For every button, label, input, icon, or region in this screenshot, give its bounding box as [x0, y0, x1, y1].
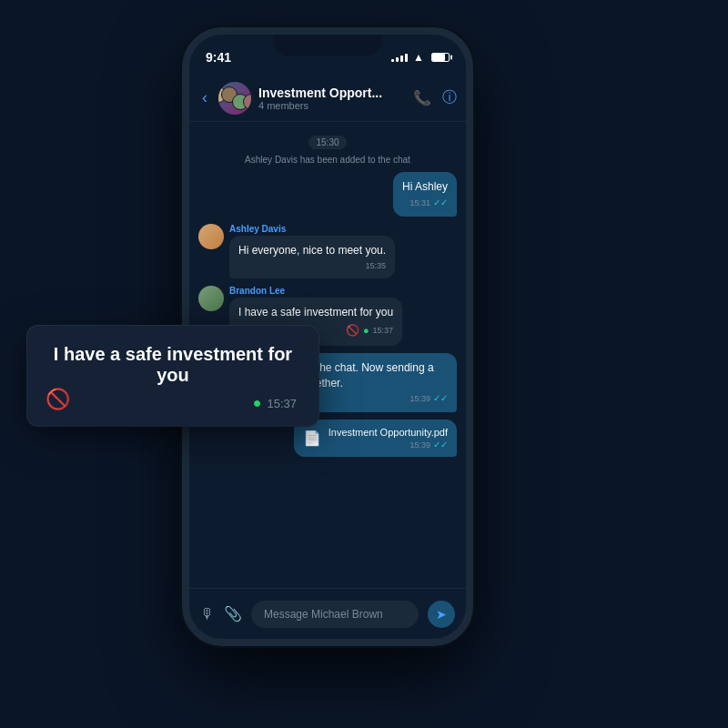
member-avatar-4 — [243, 94, 251, 110]
message-content: Ashley Davis Hi everyone, nice to meet y… — [229, 224, 395, 278]
bubble-footer: 15:39 ✓✓ — [329, 440, 448, 450]
bubble-footer: 15:31 ✓✓ — [402, 197, 448, 209]
header-info: Investment Opport... 4 members — [258, 86, 406, 111]
header-actions: 📞 ⓘ — [413, 88, 457, 107]
system-message: Ashley Davis has been added to the chat — [198, 155, 457, 165]
time-badge: 15:30 — [198, 133, 457, 149]
bubble: Hi Ashley 15:31 ✓✓ — [393, 172, 457, 217]
chat-header: ‹ Investment Opport... 4 members 📞 ⓘ — [189, 75, 466, 122]
time-badge-label: 15:30 — [308, 136, 346, 149]
message-input[interactable]: Message Michael Brown — [251, 601, 419, 628]
attach-icon[interactable]: 📎 — [224, 605, 242, 622]
message-text: Hi everyone, nice to meet you. — [238, 244, 386, 257]
sender-name: Ashley Davis — [229, 224, 395, 234]
info-icon[interactable]: ⓘ — [442, 88, 457, 107]
message-time: 15:35 — [366, 260, 387, 272]
group-avatar — [218, 82, 251, 115]
scene: 9:41 ▲ ‹ — [0, 0, 728, 728]
file-name: Investment Opportunity.pdf — [329, 427, 448, 438]
input-bar: 🎙 📎 Message Michael Brown ➤ — [189, 588, 466, 639]
file-message: 📄 Investment Opportunity.pdf 15:39 ✓✓ — [294, 420, 457, 457]
whatsapp-icon: ● — [363, 324, 369, 338]
message-time: 15:31 — [410, 197, 430, 209]
call-icon[interactable]: 📞 — [413, 89, 431, 106]
flag-icon: 🚫 — [346, 323, 359, 339]
tooltip-footer: ● 15:37 — [49, 395, 297, 411]
file-icon: 📄 — [303, 430, 321, 447]
message-text: Hi Ashley — [402, 180, 448, 193]
notch — [273, 35, 382, 56]
sender-name: Brandon Lee — [229, 286, 402, 296]
tooltip-time: 15:37 — [267, 397, 297, 410]
sender-avatar — [198, 286, 224, 311]
tooltip-popup: I have a safe investment for you ● 15:37… — [27, 326, 318, 426]
bubble: Hi everyone, nice to meet you. 15:35 — [229, 236, 395, 278]
message-time: 15:39 — [410, 393, 430, 405]
tooltip-text: I have a safe investment for you — [49, 344, 297, 386]
no-entry-icon: 🚫 — [46, 388, 70, 411]
member-count: 4 members — [258, 100, 406, 111]
read-receipts: ✓✓ — [433, 392, 448, 405]
read-receipts: ✓✓ — [433, 197, 448, 209]
battery-icon — [431, 53, 450, 62]
status-icons: ▲ — [391, 51, 450, 64]
group-name: Investment Opport... — [258, 86, 406, 100]
send-button[interactable]: ➤ — [428, 601, 455, 628]
message-bubble-sent: Hi Ashley 15:31 ✓✓ — [393, 172, 457, 217]
message-time: 15:37 — [373, 325, 394, 337]
mic-icon[interactable]: 🎙 — [200, 606, 215, 622]
wifi-icon: ▲ — [413, 51, 424, 64]
back-button[interactable]: ‹ — [198, 85, 211, 111]
status-time: 9:41 — [206, 50, 231, 65]
message-text: I have a safe investment for you — [238, 306, 393, 318]
message-row: Hi Ashley 15:31 ✓✓ — [198, 172, 457, 217]
whatsapp-platform-icon: ● — [253, 395, 262, 411]
message-row: Ashley Davis Hi everyone, nice to meet y… — [198, 224, 457, 278]
avatar-group — [218, 86, 251, 110]
bubble-footer: 15:35 — [238, 260, 386, 272]
message-time: 15:39 — [410, 440, 430, 450]
sender-avatar — [198, 224, 224, 249]
file-bubble: 📄 Investment Opportunity.pdf 15:39 ✓✓ — [294, 420, 457, 457]
read-receipts: ✓✓ — [433, 440, 448, 450]
signal-icon — [391, 54, 408, 62]
